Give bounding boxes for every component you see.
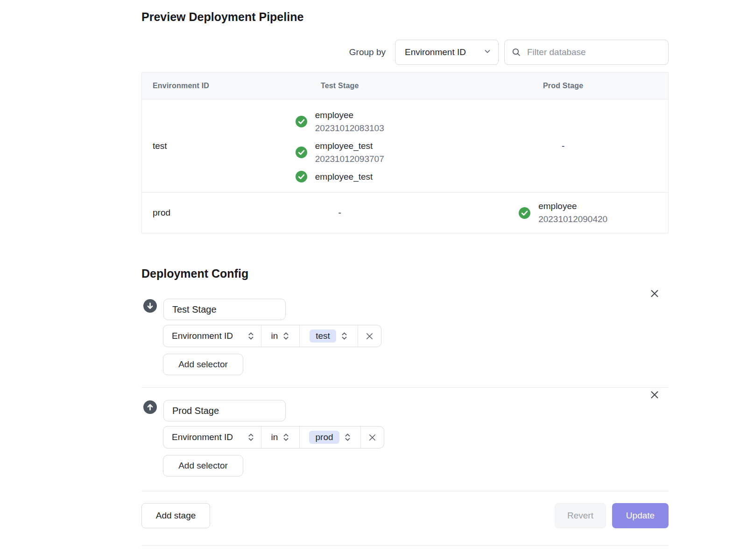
move-stage-down-button[interactable] <box>143 299 157 313</box>
selector-operator-select[interactable]: in <box>261 325 300 347</box>
label-selector: Environment ID in prod <box>163 426 384 448</box>
close-icon <box>649 288 660 299</box>
stage-name-input[interactable] <box>163 299 286 320</box>
database-timestamp: 20231012083103 <box>315 122 384 135</box>
selector-key-select[interactable]: Environment ID <box>163 427 261 448</box>
check-circle-icon <box>296 116 307 127</box>
chevrons-up-down-icon <box>247 432 254 442</box>
selector-value-pill: test <box>310 329 336 343</box>
label-selector: Environment ID in test <box>163 325 381 347</box>
column-header-prod-stage: Prod Stage <box>458 82 668 90</box>
stage-divider <box>141 387 669 388</box>
pipeline-toolbar: Group by Environment ID <box>141 40 669 65</box>
move-stage-up-button[interactable] <box>143 400 157 414</box>
database-item: employee 20231012083103 <box>296 109 384 135</box>
pipeline-table: Environment ID Test Stage Prod Stage tes… <box>141 72 669 233</box>
arrow-down-circle-icon <box>143 299 157 313</box>
selector-value-select[interactable]: test <box>300 325 358 347</box>
remove-stage-button[interactable] <box>649 389 660 400</box>
prod-stage-cell: employee 20231012090420 <box>458 200 668 226</box>
chevrons-up-down-icon <box>247 331 254 341</box>
selector-value-select[interactable]: prod <box>300 427 361 448</box>
database-filter <box>504 40 669 65</box>
database-name: employee_test <box>315 140 384 153</box>
add-selector-button[interactable]: Add selector <box>163 354 243 375</box>
main-content: Preview Deployment Pipeline Group by Env… <box>141 0 669 560</box>
selector-operator-select[interactable]: in <box>261 427 300 448</box>
chevrons-up-down-icon <box>282 432 289 442</box>
remove-selector-button[interactable] <box>361 427 384 448</box>
page: Preview Deployment Pipeline Group by Env… <box>0 0 747 560</box>
stage-name-input[interactable] <box>163 400 286 421</box>
close-icon <box>649 389 660 400</box>
empty-value: - <box>338 208 341 218</box>
add-stage-button[interactable]: Add stage <box>141 503 210 528</box>
test-stage-cell: employee 20231012083103 employee_test 20… <box>221 109 458 183</box>
prod-stage-cell: - <box>458 141 668 151</box>
stage-divider <box>141 491 669 491</box>
arrow-up-circle-icon <box>143 400 157 414</box>
table-row-test: test employee 20231012083103 <box>142 99 668 193</box>
deployment-config-title: Deployment Config <box>141 267 248 280</box>
selector-value-pill: prod <box>309 431 339 444</box>
table-row-prod: prod - employee 20231012090420 <box>142 193 668 233</box>
database-item: employee_test 20231012093707 <box>296 140 384 166</box>
add-selector-button[interactable]: Add selector <box>163 455 243 476</box>
footer-divider <box>141 545 669 546</box>
search-icon <box>512 48 521 57</box>
group-by-label: Group by <box>349 47 386 57</box>
database-name: employee <box>538 200 607 213</box>
check-circle-icon <box>296 171 307 182</box>
chevrons-up-down-icon <box>344 432 351 442</box>
chevrons-up-down-icon <box>282 331 289 341</box>
database-item: employee 20231012090420 <box>519 200 607 226</box>
remove-selector-button[interactable] <box>358 325 381 347</box>
pipeline-table-header: Environment ID Test Stage Prod Stage <box>142 73 668 99</box>
revert-button[interactable]: Revert <box>555 503 606 528</box>
database-name: employee <box>315 109 384 122</box>
column-header-environment-id: Environment ID <box>142 82 221 90</box>
selector-key-select[interactable]: Environment ID <box>163 325 261 347</box>
database-item: employee_test <box>296 170 384 183</box>
close-icon <box>365 331 374 341</box>
group-by-selected-value: Environment ID <box>405 47 466 57</box>
check-circle-icon <box>296 147 307 158</box>
environment-cell: prod <box>142 208 221 218</box>
chevron-down-icon <box>483 47 492 58</box>
database-name: employee_test <box>315 170 373 183</box>
empty-value: - <box>562 141 564 151</box>
group-by-select[interactable]: Environment ID <box>395 40 499 65</box>
database-filter-input[interactable] <box>526 47 662 58</box>
update-button[interactable]: Update <box>612 503 669 528</box>
test-stage-cell: - <box>221 208 458 218</box>
remove-stage-button[interactable] <box>649 288 660 299</box>
chevrons-up-down-icon <box>341 331 348 341</box>
environment-cell: test <box>142 141 221 151</box>
column-header-test-stage: Test Stage <box>221 82 458 90</box>
database-list: employee 20231012083103 employee_test 20… <box>296 109 384 183</box>
close-icon <box>367 433 377 442</box>
database-timestamp: 20231012093707 <box>315 153 384 166</box>
page-title: Preview Deployment Pipeline <box>141 10 303 24</box>
check-circle-icon <box>519 207 530 219</box>
database-timestamp: 20231012090420 <box>538 213 607 226</box>
